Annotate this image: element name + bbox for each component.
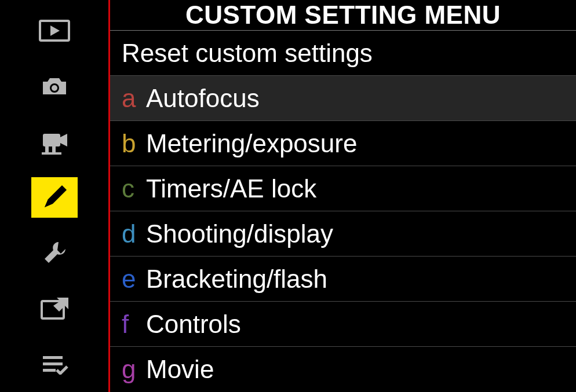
sidebar-item-setup[interactable] bbox=[31, 233, 78, 273]
menu-label: Timers/AE lock bbox=[146, 174, 316, 203]
camera-icon bbox=[39, 75, 70, 98]
playback-icon bbox=[39, 20, 70, 42]
mymenu-icon bbox=[41, 354, 68, 375]
menu-row-autofocus[interactable]: a Autofocus bbox=[110, 76, 576, 121]
menu-row-reset[interactable]: Reset custom settings bbox=[110, 31, 576, 76]
menu-label: Controls bbox=[146, 310, 241, 339]
menu-label: Movie bbox=[146, 355, 214, 384]
retouch-icon bbox=[39, 296, 70, 321]
menu-row-controls[interactable]: f Controls bbox=[110, 302, 576, 347]
main-panel: CUSTOM SETTING MENU Reset custom setting… bbox=[110, 0, 576, 392]
svg-rect-4 bbox=[43, 134, 60, 146]
menu-prefix: f bbox=[122, 310, 146, 339]
video-icon bbox=[39, 129, 70, 155]
menu-row-bracketing[interactable]: e Bracketing/flash bbox=[110, 257, 576, 302]
menu-prefix: d bbox=[122, 219, 146, 248]
menu-prefix: a bbox=[122, 84, 146, 113]
menu-row-shooting[interactable]: d Shooting/display bbox=[110, 211, 576, 257]
menu-label: Autofocus bbox=[146, 84, 260, 113]
svg-rect-14 bbox=[43, 362, 63, 365]
svg-rect-8 bbox=[42, 152, 61, 155]
menu-row-movie[interactable]: g Movie bbox=[110, 347, 576, 392]
menu-label: Reset custom settings bbox=[122, 39, 373, 68]
svg-rect-13 bbox=[43, 356, 63, 359]
menu-prefix: c bbox=[122, 174, 146, 203]
menu-list: Reset custom settings a Autofocus b Mete… bbox=[110, 31, 576, 392]
sidebar-item-video[interactable] bbox=[31, 122, 78, 162]
svg-point-3 bbox=[52, 85, 57, 91]
menu-prefix: e bbox=[122, 265, 146, 294]
menu-row-metering[interactable]: b Metering/exposure bbox=[110, 121, 576, 166]
sidebar-item-custom[interactable] bbox=[31, 177, 78, 218]
svg-marker-1 bbox=[50, 25, 60, 36]
sidebar bbox=[0, 0, 110, 392]
svg-rect-15 bbox=[43, 369, 56, 372]
menu-label: Bracketing/flash bbox=[146, 265, 327, 294]
sidebar-item-playback[interactable] bbox=[31, 10, 78, 51]
menu-label: Shooting/display bbox=[146, 219, 333, 248]
menu-prefix: b bbox=[122, 129, 146, 158]
wrench-icon bbox=[41, 240, 68, 266]
page-title-text: CUSTOM SETTING MENU bbox=[185, 1, 501, 30]
menu-label: Metering/exposure bbox=[146, 129, 357, 158]
menu-prefix: g bbox=[122, 355, 146, 384]
page-title: CUSTOM SETTING MENU bbox=[110, 0, 576, 31]
sidebar-item-retouch[interactable] bbox=[31, 288, 78, 329]
sidebar-item-mymenu[interactable] bbox=[31, 344, 78, 384]
svg-marker-5 bbox=[60, 134, 67, 146]
svg-marker-12 bbox=[53, 298, 68, 312]
pencil-icon bbox=[40, 183, 69, 212]
menu-row-timers[interactable]: c Timers/AE lock bbox=[110, 166, 576, 211]
sidebar-item-camera[interactable] bbox=[31, 66, 78, 107]
